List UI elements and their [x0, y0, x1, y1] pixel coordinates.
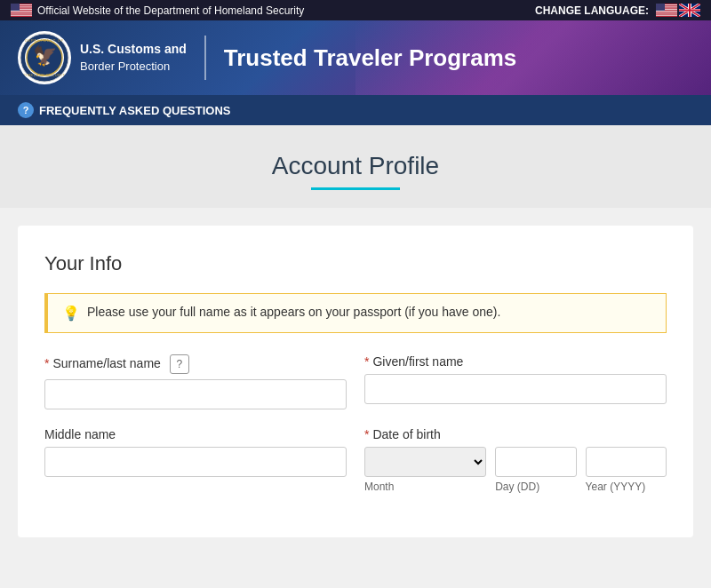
cbp-line2: Border Protection	[80, 60, 170, 73]
cbp-text: U.S. Customs and Border Protection	[80, 41, 187, 75]
svg-rect-12	[11, 16, 32, 17]
info-box: 💡 Please use your full name as it appear…	[44, 293, 667, 333]
svg-text:HOMELAND SECURITY: HOMELAND SECURITY	[21, 73, 68, 77]
svg-rect-36	[679, 10, 700, 12]
svg-rect-24	[656, 14, 677, 15]
dhs-seal: 🦅 DEPARTMENT OF HOMELAND SECURITY	[18, 31, 71, 84]
middle-name-input[interactable]	[44, 447, 347, 477]
svg-rect-11	[11, 15, 32, 16]
dob-day-label: Day (DD)	[495, 481, 576, 493]
faq-label: FREQUENTLY ASKED QUESTIONS	[39, 104, 231, 117]
header-divider	[204, 36, 206, 80]
dob-month-select[interactable]: 01 - January 02 - February 03 - March 04…	[364, 447, 486, 477]
svg-rect-21	[656, 11, 677, 12]
dob-year-input[interactable]	[586, 447, 667, 477]
dob-label-text: Date of birth	[372, 427, 440, 441]
program-title: Trusted Traveler Programs	[224, 44, 516, 72]
main-content: Your Info 💡 Please use your full name as…	[18, 226, 693, 537]
dob-month-group: 01 - January 02 - February 03 - March 04…	[364, 447, 486, 493]
surname-group: *Surname/last name ?	[44, 354, 347, 409]
svg-rect-13	[11, 4, 20, 11]
svg-rect-22	[656, 12, 677, 12]
svg-rect-10	[11, 14, 32, 15]
surname-label-text: Surname/last name	[52, 356, 160, 370]
dob-required-star: *	[364, 427, 369, 441]
official-site-notice: Official Website of the Department of Ho…	[11, 4, 304, 17]
svg-rect-23	[656, 12, 677, 13]
given-name-required-star: *	[364, 354, 369, 369]
dob-day-group: Day (DD)	[495, 447, 576, 493]
surname-input[interactable]	[44, 379, 347, 409]
svg-rect-25	[656, 15, 677, 16]
your-info-title: Your Info	[44, 252, 667, 275]
change-language-label: CHANGE LANGUAGE:	[535, 4, 649, 17]
given-name-input[interactable]	[364, 374, 667, 404]
top-banner: Official Website of the Department of Ho…	[0, 0, 711, 20]
dob-label: *Date of birth	[364, 427, 667, 441]
nav-bar: ? FREQUENTLY ASKED QUESTIONS	[0, 95, 711, 125]
faq-link[interactable]: ? FREQUENTLY ASKED QUESTIONS	[18, 102, 231, 118]
middle-name-label: Middle name	[44, 427, 347, 441]
logo-container: 🦅 DEPARTMENT OF HOMELAND SECURITY U.S. C…	[18, 31, 187, 84]
page-title: Account Profile	[18, 152, 693, 180]
middle-dob-row: Middle name *Date of birth 01 - January …	[44, 427, 667, 493]
language-switcher[interactable]: CHANGE LANGUAGE:	[535, 4, 700, 17]
svg-text:🦅: 🦅	[33, 44, 58, 68]
svg-rect-9	[11, 12, 32, 13]
svg-rect-26	[656, 16, 677, 17]
dob-year-group: Year (YYYY)	[586, 447, 667, 493]
flag-icons-container	[656, 4, 700, 17]
surname-label: *Surname/last name ?	[44, 354, 347, 374]
svg-rect-7	[11, 11, 32, 12]
us-flag-small-icon	[11, 4, 32, 17]
dob-group: *Date of birth 01 - January 02 - Februar…	[364, 427, 667, 493]
faq-icon: ?	[18, 102, 34, 118]
seal-svg: 🦅 DEPARTMENT OF HOMELAND SECURITY	[20, 33, 69, 83]
info-icon: 💡	[62, 305, 80, 322]
official-site-text: Official Website of the Department of Ho…	[37, 4, 304, 17]
us-flag-icon[interactable]	[656, 4, 677, 17]
info-message: Please use your full name as it appears …	[87, 305, 500, 319]
given-name-label-text: Given/first name	[372, 354, 463, 369]
uk-flag-icon[interactable]	[679, 4, 700, 17]
svg-rect-8	[11, 12, 32, 12]
cbp-line1: U.S. Customs and	[80, 41, 187, 59]
title-underline	[311, 187, 400, 190]
svg-rect-27	[656, 4, 665, 11]
surname-required-star: *	[44, 356, 49, 370]
dob-month-label: Month	[364, 481, 486, 493]
svg-text:DEPARTMENT OF: DEPARTMENT OF	[25, 38, 64, 43]
dob-day-input[interactable]	[495, 447, 576, 477]
dob-inputs: 01 - January 02 - February 03 - March 04…	[364, 447, 667, 493]
middle-name-group: Middle name	[44, 427, 347, 493]
main-header: 🦅 DEPARTMENT OF HOMELAND SECURITY U.S. C…	[0, 20, 711, 95]
dob-year-label: Year (YYYY)	[586, 481, 667, 493]
name-row: *Surname/last name ? *Given/first name	[44, 354, 667, 409]
page-title-area: Account Profile	[0, 125, 711, 208]
given-name-label: *Given/first name	[364, 354, 667, 369]
given-name-group: *Given/first name	[364, 354, 667, 409]
surname-help-button[interactable]: ?	[170, 354, 189, 374]
